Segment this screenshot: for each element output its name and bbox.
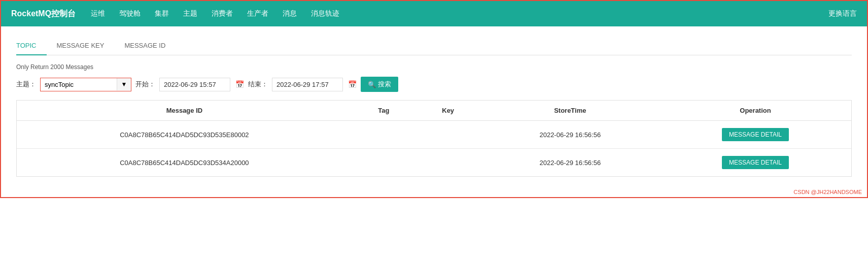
topic-input[interactable]	[41, 78, 117, 91]
tabs: TOPIC MESSAGE KEY MESSAGE ID	[16, 37, 852, 55]
nav-item-producer[interactable]: 生产者	[247, 7, 268, 20]
cell-tag	[352, 149, 415, 177]
topic-dropdown[interactable]: ▼	[117, 78, 131, 90]
filter-note: Only Return 2000 Messages	[16, 63, 852, 71]
end-label: 结束：	[248, 80, 268, 89]
message-table: Message ID Tag Key StoreTime Operation C…	[16, 100, 852, 177]
cell-tag	[352, 121, 415, 149]
col-tag: Tag	[352, 101, 415, 121]
col-operation: Operation	[659, 101, 851, 121]
nav-item-message[interactable]: 消息	[283, 7, 297, 20]
topic-input-wrapper: ▼	[40, 78, 131, 91]
cell-message-id: C0A8C78B65C414DAD5DC93D534A20000	[17, 149, 352, 177]
cell-message-id: C0A8C78B65C414DAD5DC93D535E80002	[17, 121, 352, 149]
nav-item-consumer[interactable]: 消费者	[212, 7, 233, 20]
navbar: RocketMQ控制台 运维 驾驶舱 集群 主题 消费者 生产者 消息 消息轨迹…	[1, 1, 867, 26]
start-label: 开始：	[135, 80, 155, 89]
start-calendar-icon[interactable]: 📅	[235, 80, 244, 88]
cell-key	[415, 121, 481, 149]
navbar-items: 运维 驾驶舱 集群 主题 消费者 生产者 消息 消息轨迹	[91, 7, 828, 20]
col-message-id: Message ID	[17, 101, 352, 121]
main-content: TOPIC MESSAGE KEY MESSAGE ID Only Return…	[1, 26, 867, 187]
end-date-input[interactable]	[272, 78, 343, 91]
nav-item-dashboard[interactable]: 驾驶舱	[119, 7, 141, 20]
lang-switch-button[interactable]: 更换语言	[828, 9, 857, 18]
col-key: Key	[415, 101, 481, 121]
tab-topic[interactable]: TOPIC	[16, 37, 47, 55]
col-store-time: StoreTime	[481, 101, 659, 121]
topic-label: 主题：	[16, 80, 36, 89]
nav-item-cluster[interactable]: 集群	[155, 7, 169, 20]
navbar-brand: RocketMQ控制台	[11, 9, 76, 19]
cell-operation: MESSAGE DETAIL	[659, 149, 851, 177]
cell-operation: MESSAGE DETAIL	[659, 121, 851, 149]
cell-store-time: 2022-06-29 16:56:56	[481, 121, 659, 149]
nav-item-ops[interactable]: 运维	[91, 7, 105, 20]
search-icon: 🔍	[368, 81, 376, 88]
end-calendar-icon[interactable]: 📅	[348, 80, 357, 88]
tab-message-id[interactable]: MESSAGE ID	[124, 37, 176, 55]
start-date-input[interactable]	[159, 78, 230, 91]
table-row: C0A8C78B65C414DAD5DC93D534A20000 2022-06…	[17, 149, 851, 177]
filter-row: 主题： ▼ 开始： 📅 结束： 📅 🔍 搜索	[16, 77, 852, 92]
table-row: C0A8C78B65C414DAD5DC93D535E80002 2022-06…	[17, 121, 851, 149]
cell-key	[415, 149, 481, 177]
cell-store-time: 2022-06-29 16:56:56	[481, 149, 659, 177]
nav-item-trace[interactable]: 消息轨迹	[311, 7, 339, 20]
message-detail-button-0[interactable]: MESSAGE DETAIL	[722, 128, 789, 141]
table-header-row: Message ID Tag Key StoreTime Operation	[17, 101, 851, 121]
nav-item-topic[interactable]: 主题	[183, 7, 197, 20]
tab-message-key[interactable]: MESSAGE KEY	[57, 37, 115, 55]
watermark: CSDN @JH22HANDSOME	[1, 187, 867, 197]
search-button[interactable]: 🔍 搜索	[361, 77, 398, 92]
message-detail-button-1[interactable]: MESSAGE DETAIL	[722, 156, 789, 169]
